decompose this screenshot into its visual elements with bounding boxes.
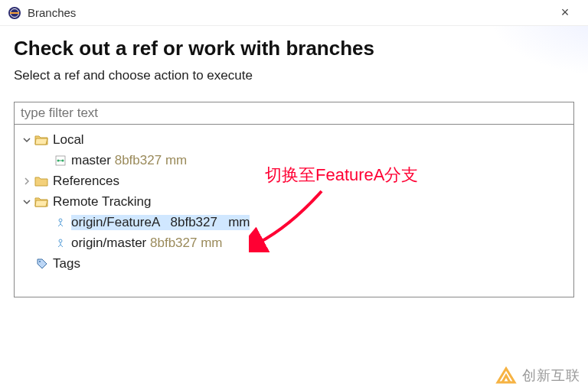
tree-node-origin-featurea[interactable]: origin/FeatureA 8bfb327 mm: [18, 212, 570, 232]
chevron-down-icon[interactable]: [21, 134, 33, 146]
svg-point-6: [59, 219, 62, 222]
chevron-right-icon[interactable]: [21, 175, 33, 187]
remote-branch-icon: [54, 217, 67, 228]
dialog-header: Check out a ref or work with branches Se…: [0, 26, 588, 91]
watermark-text: 创新互联: [522, 366, 580, 385]
window-title: Branches: [28, 6, 550, 19]
commit-msg: mm: [228, 215, 250, 229]
close-button[interactable]: ×: [550, 5, 580, 21]
branch-icon: [54, 155, 67, 166]
folder-open-icon: [34, 197, 48, 207]
tree-label: Remote Tracking: [53, 194, 152, 210]
commit-hash: 8bfb327: [171, 215, 217, 229]
commit-hash: 8bfb327: [115, 153, 162, 168]
tree-label: References: [53, 174, 119, 189]
tree-node-tags[interactable]: Tags: [18, 253, 570, 274]
svg-point-7: [59, 239, 62, 242]
branch-name: origin/master: [71, 236, 146, 251]
annotation-text: 切换至FeatureA分支: [265, 164, 419, 187]
tree-label: Local: [53, 132, 84, 148]
commit-hash: 8bfb327: [150, 236, 197, 251]
commit-msg: mm: [201, 236, 222, 251]
filter-input[interactable]: [14, 102, 574, 125]
folder-open-icon: [34, 135, 48, 145]
watermark-logo-icon: [495, 366, 518, 385]
folder-icon: [34, 176, 48, 187]
remote-branch-icon: [54, 238, 67, 249]
svg-rect-2: [10, 12, 19, 14]
tree-node-origin-master[interactable]: origin/master 8bfb327 mm: [18, 232, 570, 253]
tree-node-local[interactable]: Local: [18, 129, 570, 150]
commit-msg: mm: [165, 153, 187, 168]
branch-tree: Local master 8bfb327 mm References Remot…: [14, 125, 574, 297]
chevron-down-icon[interactable]: [21, 196, 33, 208]
tree-label: Tags: [53, 256, 80, 271]
eclipse-icon: [8, 6, 21, 20]
header-decoration: [466, 26, 588, 87]
branch-name: origin/FeatureA: [71, 215, 159, 229]
svg-point-8: [39, 261, 41, 262]
tree-node-remote-tracking[interactable]: Remote Tracking: [18, 191, 570, 212]
tags-icon: [36, 258, 48, 269]
watermark: 创新互联: [495, 366, 580, 385]
titlebar: Branches ×: [0, 0, 588, 26]
branch-name: master: [71, 153, 111, 168]
